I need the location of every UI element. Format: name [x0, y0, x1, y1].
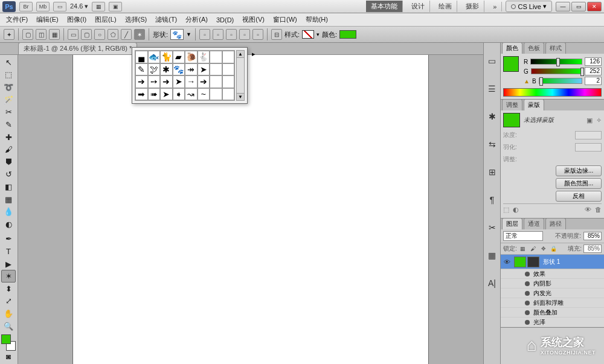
crop-tool[interactable]: ✂ [1, 106, 16, 119]
shape-polygon-icon[interactable]: ⬠ [108, 29, 118, 40]
window-close[interactable]: ✕ [587, 2, 602, 11]
bridge-button[interactable]: Br [19, 2, 33, 11]
foreground-background-colors[interactable] [1, 334, 16, 350]
workspace-design[interactable]: 设计 [406, 1, 430, 12]
menu-3d[interactable]: 3D(D) [213, 15, 237, 25]
lasso-tool[interactable]: ➰ [1, 81, 16, 94]
workspace-paint[interactable]: 绘画 [434, 1, 457, 12]
fx-visibility-icon[interactable] [525, 281, 530, 286]
quick-select-tool[interactable]: 🪄 [1, 94, 16, 106]
fx-item[interactable]: 光泽 [501, 318, 604, 327]
shape-cell[interactable]: ▄ [135, 51, 148, 63]
zoom-level[interactable]: 24.6 ▾ [70, 2, 88, 10]
shape-cell[interactable]: ▰ [173, 51, 185, 63]
mode-fill-icon[interactable]: ▦ [49, 29, 60, 40]
view-extras-button[interactable]: ▭ [53, 2, 66, 11]
shape-cell[interactable]: ➤ [160, 88, 173, 101]
fx-visibility-icon[interactable] [525, 272, 530, 276]
path-select-tool[interactable]: ▶ [1, 258, 16, 270]
style-swatch[interactable] [302, 30, 314, 39]
tab-layers[interactable]: 图层 [502, 218, 522, 229]
3d-tool[interactable]: ⬍ [1, 283, 16, 295]
shape-picker-flyout-icon[interactable]: ▸ [249, 50, 258, 58]
mask-thumbnail[interactable] [503, 113, 520, 127]
paragraph-panel-icon[interactable]: ¶ [486, 194, 498, 206]
shape-cell[interactable]: ➧ [173, 88, 185, 101]
workspace-photo[interactable]: 摄影 [461, 1, 484, 12]
screen-mode-button[interactable]: ▣ [109, 2, 122, 11]
stamp-tool[interactable]: ⛊ [1, 156, 16, 168]
blur-tool[interactable]: 💧 [1, 206, 16, 219]
fx-item[interactable]: 内阴影 [501, 279, 604, 289]
lock-all-icon[interactable]: 🔒 [550, 244, 558, 253]
shape-cell[interactable]: ➤ [198, 63, 210, 76]
menu-select[interactable]: 选择(S) [121, 14, 151, 25]
shape-cell[interactable]: ↝ [185, 88, 198, 101]
window-maximize[interactable]: ▭ [571, 2, 586, 11]
fx-heading[interactable]: 效果 [501, 269, 604, 279]
shape-cell[interactable] [210, 51, 222, 63]
scroll-down-icon[interactable]: ▼ [237, 93, 244, 100]
shape-cell[interactable]: 🐾 [173, 63, 185, 76]
color-panel-swatch[interactable] [503, 56, 519, 72]
menu-filter[interactable]: 滤镜(T) [152, 14, 181, 25]
menu-help[interactable]: 帮助(H) [302, 14, 332, 25]
menu-window[interactable]: 窗口(W) [269, 14, 301, 25]
combine-add-icon[interactable]: ▫ [213, 29, 223, 40]
shape-cell[interactable]: ➤ [173, 75, 185, 88]
fx-visibility-icon[interactable] [525, 291, 530, 296]
mask-edge-button[interactable]: 蒙版边缘... [556, 165, 602, 176]
minibridge-button[interactable]: Mb [36, 2, 50, 11]
arrange-docs-button[interactable]: ▦ [92, 2, 105, 11]
shape-cell[interactable] [210, 63, 222, 76]
document-tab[interactable]: 未标题-1 @ 24.6% (形状 1, RGB/8) * [18, 42, 137, 54]
layer-name[interactable]: 形状 1 [541, 258, 560, 266]
shape-custom-icon[interactable]: ✶ [134, 29, 145, 40]
tab-color[interactable]: 颜色 [502, 42, 522, 54]
shape-cell[interactable]: ➡ [135, 88, 148, 101]
r-value[interactable]: 126 [585, 57, 602, 66]
zoom-tool[interactable]: 🔍 [1, 320, 16, 333]
menu-view[interactable]: 视图(V) [239, 14, 268, 25]
shape-picker-thumb[interactable]: 🐾 [170, 29, 184, 40]
shape-cell[interactable]: 🐌 [185, 51, 198, 63]
combine-intersect-icon[interactable]: ▫ [239, 29, 250, 40]
fill-input[interactable]: 85% [583, 244, 602, 253]
history-panel-icon[interactable]: ▭ [486, 55, 498, 67]
fx-visibility-icon[interactable] [525, 310, 530, 315]
shape-cell[interactable]: ✱ [160, 63, 173, 76]
tab-adjustments[interactable]: 调整 [502, 99, 522, 110]
pixel-mask-icon[interactable]: ▣ [586, 117, 593, 124]
shape-cell[interactable] [222, 75, 235, 88]
combine-new-icon[interactable]: ▫ [199, 29, 210, 40]
shape-rect-icon[interactable]: ▭ [68, 29, 79, 40]
combine-exclude-icon[interactable]: ▫ [252, 29, 263, 40]
shape-cell[interactable] [222, 88, 235, 101]
history-brush-tool[interactable]: ↺ [1, 168, 16, 181]
tab-swatches[interactable]: 色板 [524, 42, 544, 54]
menu-layer[interactable]: 图层(L) [91, 14, 120, 25]
hand-tool[interactable]: ✋ [1, 307, 16, 320]
lock-position-icon[interactable]: ✥ [539, 244, 548, 253]
fx-visibility-icon[interactable] [525, 301, 530, 305]
shape-cell[interactable] [222, 51, 235, 63]
custom-shape-tool[interactable]: ✶ [1, 270, 16, 283]
shape-cell[interactable]: ~ [198, 88, 210, 101]
opacity-input[interactable]: 85% [583, 232, 602, 240]
vector-mask-icon[interactable]: ✧ [596, 117, 602, 124]
options-color-swatch[interactable] [339, 30, 356, 39]
shape-cell[interactable]: ➔ [135, 75, 148, 88]
eraser-tool[interactable]: ◧ [1, 180, 16, 193]
lock-pixels-icon[interactable]: 🖌 [529, 244, 538, 253]
shape-line-icon[interactable]: ╱ [121, 29, 132, 40]
shape-cell[interactable]: ↠ [185, 63, 198, 76]
nav-panel-icon[interactable]: ⊞ [486, 166, 498, 178]
workspace-basic[interactable]: 基本功能 [366, 1, 403, 12]
shape-ellipse-icon[interactable]: ○ [94, 29, 105, 40]
pen-tool[interactable]: ✒ [1, 232, 16, 245]
layer-mask-thumbnail[interactable] [527, 257, 539, 267]
b-value[interactable]: 2 [585, 77, 602, 85]
tool-preset-icon[interactable]: ✦ [4, 29, 14, 40]
fx-item[interactable]: 内发光 [501, 289, 604, 298]
canvas[interactable] [72, 55, 429, 364]
